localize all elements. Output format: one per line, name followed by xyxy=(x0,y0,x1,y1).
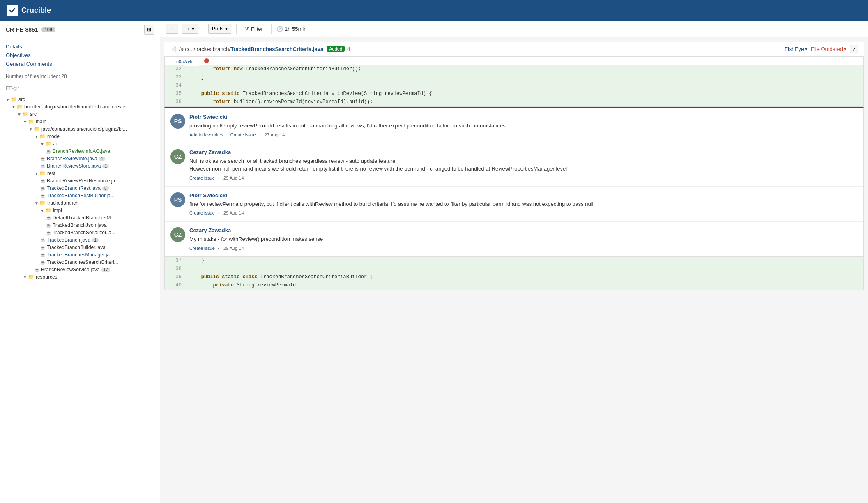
prefs-button[interactable]: Prefs ▾ xyxy=(208,24,231,34)
tree-item-file-tbs[interactable]: ☕ TrackedBranchSerializer.ja... xyxy=(0,229,160,236)
line-number: 35 xyxy=(165,90,185,98)
expand-icon: ⤢ xyxy=(852,47,856,51)
tree-item-file-brsvc[interactable]: ☕ BranchReviewService.java 17 xyxy=(0,266,160,273)
commit-hash-bar: e0a7a4c xyxy=(164,57,864,65)
file-icon: ☕ xyxy=(46,149,51,154)
tree-label: BranchReviewInfo.java xyxy=(47,156,97,162)
tree-toggle: ▼ xyxy=(35,134,39,139)
review-id: CR-FE-8851 xyxy=(6,26,38,33)
nav-back-button[interactable]: ← xyxy=(166,24,178,34)
tree-item-file-tbr[interactable]: ☕ TrackedBranchRest.java 8 xyxy=(0,185,160,192)
nav-details[interactable]: Details xyxy=(6,42,154,51)
comment-body: Piotr Swiecicki fine for reviewPermaId p… xyxy=(189,192,858,216)
tree-item-impl[interactable]: ▼ 📁 impl xyxy=(0,207,160,214)
tree-item-rest[interactable]: ▼ 📁 rest xyxy=(0,170,160,177)
tree-item-file-brrr[interactable]: ☕ BranchReviewRestResource.ja... xyxy=(0,177,160,185)
file-badge: 1 xyxy=(102,164,109,168)
tree-item-trackedbranch[interactable]: ▼ 📁 trackedbranch xyxy=(0,199,160,207)
comment-author[interactable]: Piotr Swiecicki xyxy=(189,192,858,198)
comment-item: CZ Cezary Zawadka Null is ok as we searc… xyxy=(165,143,863,187)
tree-toggle: ▼ xyxy=(35,201,39,205)
tree-item-file-tbj[interactable]: ☕ TrackedBranchJson.java xyxy=(0,222,160,229)
tree-item-src2[interactable]: ▼ 📁 src xyxy=(0,111,160,118)
tree-label: resources xyxy=(36,274,58,280)
file-actions: FishEye ▾ File Outdated ▾ ⤢ xyxy=(785,45,858,53)
tree-item-model[interactable]: ▼ 📁 model xyxy=(0,133,160,140)
filter-button[interactable]: ⧩ Filter xyxy=(242,24,266,34)
separator: · xyxy=(218,246,220,251)
fisheye-chevron-icon: ▾ xyxy=(805,46,808,52)
tree-label: BranchReviewService.java xyxy=(41,267,100,272)
code-content: } xyxy=(185,74,208,82)
file-badge: 1 xyxy=(99,157,106,161)
tree-item-bundled[interactable]: ▼ 📁 bundled-plugins/bundled/crucible-bra… xyxy=(0,103,160,111)
chevron-down-icon: ▾ xyxy=(192,26,194,32)
toolbar-separator xyxy=(236,24,237,34)
code-block-bottom: 37 } 38 39 public static class TrackedBr… xyxy=(165,257,863,290)
comment-author[interactable]: Piotr Swiecicki xyxy=(189,114,858,120)
nav-objectives[interactable]: Objectives xyxy=(6,51,154,60)
create-issue-link[interactable]: Create issue xyxy=(230,132,256,137)
tree-label: BranchReviewInfoAO.java xyxy=(53,148,110,154)
tree-item-resources[interactable]: ▼ 📁 resources xyxy=(0,273,160,281)
create-issue-link[interactable]: Create issue xyxy=(189,246,215,251)
nav-forward-button[interactable]: → ▾ xyxy=(182,24,198,34)
fisheye-button[interactable]: FishEye ▾ xyxy=(785,46,808,52)
tree-item-file-ao[interactable]: ☕ BranchReviewInfoAO.java xyxy=(0,148,160,155)
add-to-favourites-link[interactable]: Add to favourites xyxy=(189,132,223,137)
tree-toggle: ▼ xyxy=(23,275,27,279)
tree-toggle: ▼ xyxy=(17,112,21,117)
file-badge: 1 xyxy=(92,238,99,242)
toolbar-separator xyxy=(203,24,203,34)
nav-general-comments[interactable]: General Comments xyxy=(6,60,154,68)
tree-label: DefaultTrackedBranchesM... xyxy=(53,215,115,221)
tree-toggle: ▼ xyxy=(12,105,16,109)
file-outdated-chevron-icon: ▾ xyxy=(844,46,847,52)
tree-item-src[interactable]: ▼ 📁 src xyxy=(0,96,160,103)
tree-item-file-tbmgr[interactable]: ☕ TrackedBranchesManager.ja... xyxy=(0,251,160,258)
file-icon: ☕ xyxy=(46,231,51,235)
filter-icon: ⧩ xyxy=(245,25,249,32)
app-name: Crucible xyxy=(21,6,51,15)
tree-item-file-bri[interactable]: ☕ BranchReviewInfo.java 1 xyxy=(0,155,160,162)
comment-indicator xyxy=(204,58,209,63)
create-issue-link[interactable]: Create issue xyxy=(189,175,215,180)
code-line: 39 public static class TrackedBranchesSe… xyxy=(165,273,863,281)
create-issue-link[interactable]: Create issue xyxy=(189,210,215,215)
toolbar-separator xyxy=(271,24,272,34)
tree-item-file-tbsc[interactable]: ☕ TrackedBranchesSearchCriteri... xyxy=(0,258,160,266)
expand-collapse-button[interactable]: ⤢ xyxy=(850,45,858,53)
tree-item-file-tb[interactable]: ☕ TrackedBranch.java 1 xyxy=(0,236,160,244)
tree-item-file-tbrb[interactable]: ☕ TrackedBranchRestBuilder.ja... xyxy=(0,192,160,199)
avatar: CZ xyxy=(170,227,185,242)
file-icon: ☕ xyxy=(40,260,45,265)
comment-author[interactable]: Cezary Zawadka xyxy=(189,149,858,155)
tree-item-ao[interactable]: ▼ 📁 ao xyxy=(0,140,160,148)
sidebar-expand-button[interactable]: ⊞ xyxy=(144,25,154,35)
code-line: 36 return builder().reviewPermaId(review… xyxy=(165,98,863,106)
comment-item: PS Piotr Swiecicki fine for reviewPermaI… xyxy=(165,187,863,222)
avatar: CZ xyxy=(170,149,185,164)
code-line: 35 public static TrackedBranchesSearchCr… xyxy=(165,90,863,98)
tree-item-java[interactable]: ▼ 📁 java/com/atlassian/crucible/plugins/… xyxy=(0,125,160,133)
comment-actions: Create issue · 29 Aug 14 xyxy=(189,246,858,251)
file-outdated-button[interactable]: File Outdated ▾ xyxy=(811,46,847,52)
tree-item-file-tbb[interactable]: ☕ TrackedBranchBuilder.java xyxy=(0,244,160,251)
tree-label: ao xyxy=(53,141,58,147)
tree-item-main[interactable]: ▼ 📁 main xyxy=(0,118,160,125)
tree-item-file-brs[interactable]: ☕ BranchReviewStore.java 1 xyxy=(0,162,160,170)
file-path-prefix: /src/.../trackedbranch/ xyxy=(179,46,230,52)
avatar: PS xyxy=(170,192,185,207)
tree-item-file-dtbm[interactable]: ☕ DefaultTrackedBranchesM... xyxy=(0,214,160,222)
tree-label: rest xyxy=(47,171,55,176)
folder-icon: 📁 xyxy=(39,134,46,139)
comment-body: Cezary Zawadka My mistake - for withRevi… xyxy=(189,227,858,251)
code-content: } xyxy=(185,257,208,265)
file-badge: 8 xyxy=(102,186,109,191)
line-number: 38 xyxy=(165,265,185,273)
tree-label: src xyxy=(30,111,37,117)
tree-label: TrackedBranchRestBuilder.ja... xyxy=(47,193,115,198)
file-icon: ☕ xyxy=(46,223,51,228)
comment-author[interactable]: Cezary Zawadka xyxy=(189,227,858,233)
commit-hash[interactable]: e0a7a4c xyxy=(170,58,199,66)
